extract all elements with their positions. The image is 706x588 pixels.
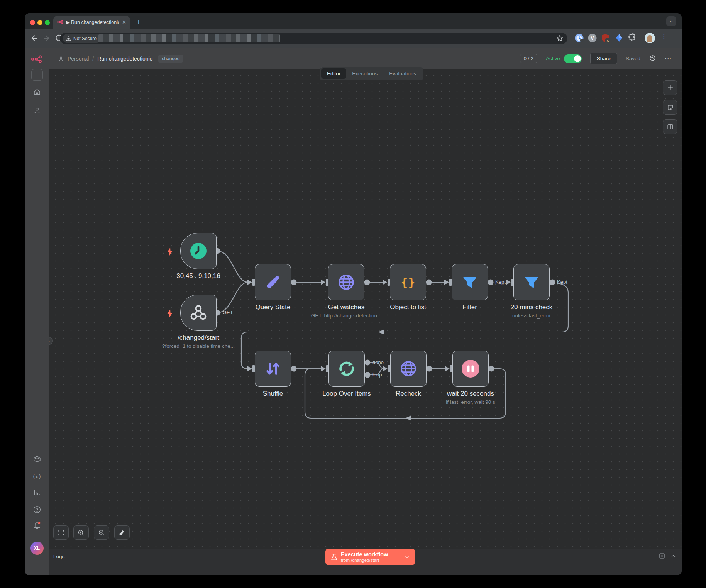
node-subtitle: GET: http://change-detection... [311, 313, 381, 319]
sidebar-notifications-bell-icon[interactable] [33, 521, 41, 531]
sidebar-home-icon[interactable] [33, 88, 41, 98]
back-icon[interactable] [29, 34, 39, 43]
browser-tab[interactable]: ▶ Run changedetectionio - n8 ✕ [53, 16, 130, 29]
toggle-knob [574, 55, 581, 62]
address-bar[interactable]: Not Secure [60, 33, 567, 44]
node-label: Filter [462, 303, 477, 311]
extensions-puzzle-icon[interactable] [628, 33, 637, 44]
favicon-n8n-icon [57, 19, 63, 26]
execute-workflow-button[interactable]: Execute workflow from /changed/start [325, 549, 415, 565]
logs-pop-out-icon[interactable] [659, 553, 665, 559]
new-tab-button[interactable]: + [134, 18, 143, 27]
zoom-in-button[interactable] [73, 525, 89, 540]
warning-icon [66, 36, 71, 41]
view-tabs: Editor Executions Evaluations [320, 67, 423, 80]
node-label: Recheck [396, 390, 421, 398]
sidebar-personal-icon[interactable] [33, 107, 41, 116]
user-avatar[interactable]: XL [30, 542, 44, 555]
curly-braces-icon: {} [390, 264, 426, 300]
toolbar-separator [640, 34, 640, 42]
node-recheck[interactable]: Recheck [390, 351, 427, 387]
node-label: /changed/start [178, 334, 219, 342]
loop-icon [329, 351, 364, 386]
workflow-header: Personal / Run changedetectionio changed… [49, 48, 682, 69]
browser-profile-avatar[interactable] [645, 33, 655, 43]
forward-icon[interactable] [42, 34, 51, 43]
header-actions: 0 / 2 Active Share Saved ⋯ [520, 53, 672, 64]
tab-search-chevron-icon[interactable]: ⌄ [666, 16, 676, 26]
execute-options-chevron[interactable] [399, 549, 415, 565]
browser-menu-icon[interactable]: ⋮ [660, 33, 668, 40]
breadcrumb-separator: / [92, 56, 94, 62]
not-secure-chip[interactable]: Not Secure [63, 34, 101, 43]
sidebar-help-icon[interactable] [33, 506, 41, 515]
node-subtitle: ?forced=1 to disable time che... [162, 343, 235, 349]
node-filter[interactable]: Filter [452, 264, 488, 300]
bookmark-star-icon[interactable] [556, 34, 564, 44]
breadcrumb-project[interactable]: Personal [68, 56, 89, 62]
active-toggle[interactable] [564, 54, 582, 63]
extension-kite-icon[interactable] [615, 33, 624, 44]
canvas-add-sticky-button[interactable] [663, 100, 677, 115]
tidy-up-button[interactable] [114, 525, 130, 540]
check-kept-label: Kept [557, 279, 567, 285]
node-schedule-trigger[interactable]: 30,45 : 9,10,16 [180, 233, 217, 269]
execute-label: Execute workflow [341, 551, 388, 558]
node-wait-20-seconds[interactable]: wait 20 seconds if last_error, wait 90 s [452, 351, 489, 387]
node-label: Get watches [328, 303, 365, 311]
extension-history-icon[interactable] [574, 33, 584, 44]
breadcrumb-workflow-name[interactable]: Run changedetectionio [97, 56, 152, 62]
active-label: Active [546, 56, 560, 61]
logs-title: Logs [53, 554, 64, 559]
node-get-watches[interactable]: Get watches GET: http://change-detection… [328, 264, 364, 300]
webhook-method-label: GET [223, 310, 233, 315]
node-object-to-list[interactable]: {} Object to list [390, 264, 426, 300]
sidebar-insights-icon[interactable] [33, 488, 41, 498]
workflow-canvas[interactable]: › [49, 69, 682, 549]
svg-text:V: V [591, 36, 594, 41]
close-window-button[interactable] [30, 20, 35, 25]
browser-toolbar: Not Secure V 5 [25, 29, 682, 48]
add-workflow-button[interactable] [31, 69, 43, 81]
node-loop-over-items[interactable]: Loop Over Items [328, 351, 365, 387]
tab-evaluations[interactable]: Evaluations [383, 68, 422, 79]
funnel-icon [452, 264, 488, 300]
workflow-history-icon[interactable] [649, 54, 656, 63]
logs-expand-chevron-icon[interactable] [670, 553, 676, 559]
clock-icon [181, 233, 216, 269]
loop-loop-label: loop [372, 372, 382, 378]
zoom-window-button[interactable] [45, 20, 50, 25]
filter-kept-label: Kept [495, 279, 506, 285]
canvas-open-panel-button[interactable] [663, 119, 677, 134]
node-label: Object to list [390, 303, 426, 311]
tab-executions[interactable]: Executions [346, 68, 383, 79]
avatar-figure [647, 35, 652, 42]
project-person-icon [58, 56, 64, 62]
node-label: Shuffle [263, 390, 283, 398]
extension-shield-icon[interactable]: 5 [600, 33, 611, 45]
sidebar-variables-icon[interactable]: (x) [32, 474, 41, 480]
saved-status: Saved [626, 56, 640, 61]
sidebar-templates-icon[interactable] [33, 456, 41, 465]
minimize-window-button[interactable] [37, 20, 42, 25]
tab-editor[interactable]: Editor [321, 68, 346, 79]
tab-close-icon[interactable]: ✕ [122, 19, 126, 25]
node-label: Query State [256, 303, 291, 311]
node-webhook-trigger[interactable]: /changed/start ?forced=1 to disable time… [180, 295, 217, 331]
flask-icon [331, 553, 337, 561]
browser-tabstrip: ▶ Run changedetectionio - n8 ✕ + ⌄ [25, 13, 682, 29]
workflow-menu-icon[interactable]: ⋯ [665, 54, 672, 63]
n8n-logo-icon[interactable] [31, 55, 43, 64]
canvas-add-node-button[interactable] [663, 80, 677, 95]
extension-v-icon[interactable]: V [587, 33, 597, 44]
trigger-bolt-icon [166, 247, 174, 259]
shield-badge: 5 [607, 39, 609, 43]
zoom-out-button[interactable] [94, 525, 109, 540]
node-20-mins-check[interactable]: 20 mins check unless last_error [513, 264, 550, 300]
zoom-to-fit-button[interactable] [53, 525, 69, 540]
node-label: 20 mins check [511, 303, 553, 311]
execute-main[interactable]: Execute workflow from /changed/start [325, 549, 399, 565]
node-shuffle[interactable]: Shuffle [255, 351, 291, 387]
share-button[interactable]: Share [590, 53, 617, 64]
node-query-state[interactable]: Query State [255, 264, 291, 300]
